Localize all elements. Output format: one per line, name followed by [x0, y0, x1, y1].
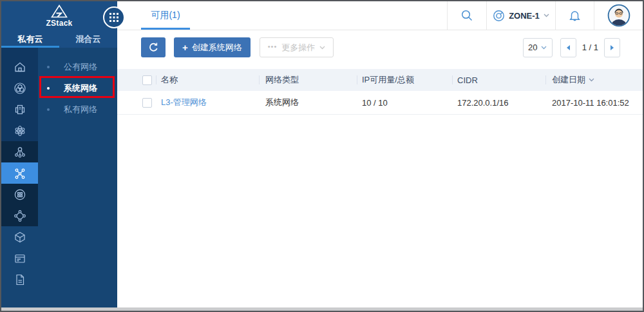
account-menu[interactable] [594, 1, 643, 30]
sidebar-item-label: 系统网络 [64, 83, 97, 94]
page-size-value: 20 [528, 43, 537, 52]
tab-available[interactable]: 可用(1) [141, 1, 190, 30]
apps-grid-button[interactable] [103, 6, 125, 28]
select-all-checkbox[interactable] [142, 75, 152, 85]
chevron-down-icon [541, 46, 547, 50]
refresh-button[interactable] [141, 37, 166, 57]
network-type-value: 系统网络 [259, 97, 357, 108]
ellipsis-icon: ••• [268, 43, 278, 50]
plus-icon: + [182, 43, 188, 52]
cabinet-icon[interactable] [1, 99, 38, 120]
tab-private-cloud[interactable]: 私有云 [1, 30, 59, 48]
header-checkbox-cell [117, 75, 156, 85]
created-date-value: 2017-10-11 16:01:52 [545, 98, 643, 108]
header-created-date[interactable]: 创建日期 [545, 74, 643, 86]
sidebar-item-label: 公有网络 [64, 61, 97, 73]
sidebar-header: ZStack 私有云 混合云 [1, 1, 117, 48]
search-icon [460, 9, 473, 22]
tab-hybrid-cloud[interactable]: 混合云 [59, 30, 117, 48]
panel-lines-icon[interactable] [1, 248, 38, 269]
header-ip-availability[interactable]: IP可用量/总额 [357, 74, 452, 86]
topbar: 可用(1) ZONE-1 [117, 1, 643, 30]
sidebar-item-label: 私有网络 [64, 104, 97, 115]
sidebar: ZStack 私有云 混合云 [1, 1, 117, 307]
rail-group-top [1, 48, 38, 141]
grid-dots-icon [109, 13, 118, 22]
pagination: 20 1 / 1 [523, 38, 620, 57]
create-button-label: 创建系统网络 [192, 42, 242, 54]
sort-chevron-icon [589, 78, 594, 82]
table-header-row: 名称 网络类型 IP可用量/总额 CIDR 创建日期 [117, 69, 643, 91]
header-name[interactable]: 名称 [156, 74, 259, 86]
sidebar-item-system-network[interactable]: 系统网络 [38, 77, 117, 99]
zstack-logo-icon [51, 5, 68, 18]
bell-icon [569, 9, 581, 22]
sidebar-icon-rail [1, 48, 38, 307]
refresh-icon [148, 42, 159, 53]
cloud-mode-tabs: 私有云 混合云 [1, 30, 117, 48]
prev-page-button[interactable] [560, 38, 576, 57]
chevron-down-icon [319, 46, 325, 50]
circle-grid-icon[interactable] [1, 184, 38, 205]
topbar-right: ZONE-1 [447, 1, 643, 30]
next-page-button[interactable] [604, 38, 620, 57]
document-icon[interactable] [1, 269, 38, 290]
rail-group-network [1, 141, 38, 226]
right-arrow-icon [611, 45, 614, 50]
zone-target-icon [493, 10, 505, 22]
sidebar-item-private-network[interactable]: 私有网络 [38, 99, 117, 120]
header-network-type[interactable]: 网络类型 [259, 74, 357, 86]
avatar [607, 4, 630, 27]
toolbar: + 创建系统网络 ••• 更多操作 20 1 / 1 [117, 30, 643, 64]
window-bottom-edge [1, 307, 643, 311]
left-arrow-icon [567, 45, 570, 50]
bullet-icon [47, 66, 50, 68]
home-icon[interactable] [1, 56, 38, 77]
venn-circles-icon[interactable] [1, 77, 38, 99]
notifications-button[interactable] [555, 1, 594, 30]
atom-icon[interactable] [1, 120, 38, 141]
cidr-value: 172.20.0.1/16 [452, 98, 545, 108]
row-checkbox[interactable] [142, 98, 152, 108]
rail-group-bottom [1, 226, 38, 307]
zstack-logo-text: ZStack [46, 19, 72, 28]
bullet-icon [47, 108, 50, 111]
chevron-down-icon [544, 14, 549, 17]
header-cidr[interactable]: CIDR [452, 75, 545, 85]
cube-icon[interactable] [1, 226, 38, 248]
page-indicator: 1 / 1 [582, 43, 598, 52]
sidebar-item-public-network[interactable]: 公有网络 [38, 56, 117, 77]
row-checkbox-cell [117, 98, 156, 108]
zone-selector[interactable]: ZONE-1 [486, 1, 555, 30]
more-actions-label: 更多操作 [281, 42, 315, 54]
header-created-date-label: 创建日期 [552, 74, 585, 86]
app-window: ZStack 私有云 混合云 [0, 0, 644, 312]
more-actions-dropdown[interactable]: ••• 更多操作 [260, 37, 334, 57]
table-row[interactable]: L3-管理网络 系统网络 10 / 10 172.20.0.1/16 2017-… [117, 91, 643, 115]
page-size-select[interactable]: 20 [523, 38, 553, 57]
share-nodes-icon[interactable] [1, 141, 38, 162]
create-system-network-button[interactable]: + 创建系统网络 [174, 37, 251, 57]
sidebar-submenu: 公有网络 系统网络 私有网络 [38, 48, 117, 307]
diamond-nodes-icon[interactable] [1, 205, 38, 226]
main-content: 可用(1) ZONE-1 [117, 1, 643, 307]
ip-availability-value: 10 / 10 [357, 98, 452, 108]
network-name-link[interactable]: L3-管理网络 [161, 97, 207, 107]
search-button[interactable] [447, 1, 486, 30]
zone-name: ZONE-1 [509, 11, 540, 21]
zstack-logo: ZStack [1, 1, 117, 30]
bullet-icon [47, 87, 50, 90]
network-nodes-icon[interactable] [1, 162, 38, 184]
